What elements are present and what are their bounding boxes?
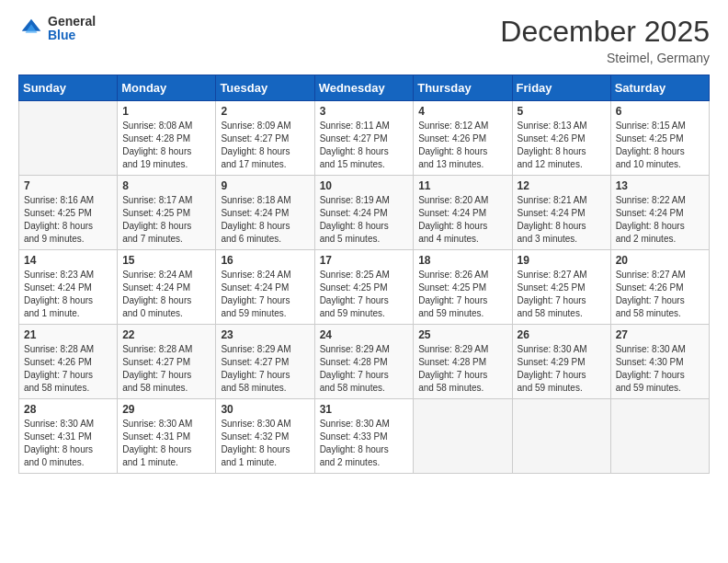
day-number: 3 (320, 105, 409, 118)
day-number: 14 (24, 254, 112, 267)
col-monday: Monday (118, 75, 216, 101)
calendar-week-2: 7Sunrise: 8:16 AM Sunset: 4:25 PM Daylig… (19, 176, 710, 250)
table-row: 16Sunrise: 8:24 AM Sunset: 4:24 PM Dayli… (216, 250, 314, 325)
day-info: Sunrise: 8:30 AM Sunset: 4:33 PM Dayligh… (320, 418, 409, 469)
header: General Blue December 2025 Steimel, Germ… (18, 15, 710, 65)
col-thursday: Thursday (414, 75, 512, 101)
day-number: 5 (518, 105, 606, 118)
day-number: 17 (320, 254, 409, 267)
calendar-week-4: 21Sunrise: 8:28 AM Sunset: 4:26 PM Dayli… (19, 325, 710, 399)
table-row: 20Sunrise: 8:27 AM Sunset: 4:26 PM Dayli… (610, 250, 709, 325)
logo-icon (18, 16, 44, 41)
logo-general: General (48, 15, 96, 29)
day-number: 2 (221, 105, 309, 118)
col-friday: Friday (512, 75, 610, 101)
table-row (512, 399, 610, 474)
day-number: 22 (122, 328, 210, 341)
day-number: 10 (320, 179, 409, 192)
day-number: 26 (518, 328, 606, 341)
day-info: Sunrise: 8:13 AM Sunset: 4:26 PM Dayligh… (518, 120, 606, 171)
day-info: Sunrise: 8:15 AM Sunset: 4:25 PM Dayligh… (616, 120, 704, 171)
calendar-header-row: Sunday Monday Tuesday Wednesday Thursday… (19, 75, 710, 101)
day-info: Sunrise: 8:30 AM Sunset: 4:29 PM Dayligh… (518, 343, 606, 395)
day-number: 28 (24, 403, 112, 416)
day-info: Sunrise: 8:28 AM Sunset: 4:27 PM Dayligh… (122, 343, 210, 395)
day-info: Sunrise: 8:29 AM Sunset: 4:28 PM Dayligh… (320, 343, 409, 395)
day-number: 24 (320, 328, 409, 341)
logo: General Blue (18, 15, 96, 43)
col-wednesday: Wednesday (314, 75, 414, 101)
col-saturday: Saturday (610, 75, 709, 101)
day-info: Sunrise: 8:09 AM Sunset: 4:27 PM Dayligh… (221, 120, 309, 171)
day-number: 9 (221, 179, 309, 192)
table-row: 3Sunrise: 8:11 AM Sunset: 4:27 PM Daylig… (314, 101, 414, 176)
table-row: 9Sunrise: 8:18 AM Sunset: 4:24 PM Daylig… (216, 176, 314, 250)
day-info: Sunrise: 8:28 AM Sunset: 4:26 PM Dayligh… (24, 343, 112, 395)
day-info: Sunrise: 8:29 AM Sunset: 4:27 PM Dayligh… (221, 343, 309, 395)
table-row: 25Sunrise: 8:29 AM Sunset: 4:28 PM Dayli… (414, 325, 512, 399)
day-info: Sunrise: 8:17 AM Sunset: 4:25 PM Dayligh… (122, 194, 210, 246)
calendar-week-1: 1Sunrise: 8:08 AM Sunset: 4:28 PM Daylig… (19, 101, 710, 176)
day-number: 29 (122, 403, 210, 416)
day-info: Sunrise: 8:30 AM Sunset: 4:30 PM Dayligh… (616, 343, 704, 395)
day-info: Sunrise: 8:23 AM Sunset: 4:24 PM Dayligh… (24, 269, 112, 320)
day-info: Sunrise: 8:19 AM Sunset: 4:24 PM Dayligh… (320, 194, 409, 246)
table-row: 11Sunrise: 8:20 AM Sunset: 4:24 PM Dayli… (414, 176, 512, 250)
logo-text: General Blue (48, 15, 96, 43)
calendar-week-3: 14Sunrise: 8:23 AM Sunset: 4:24 PM Dayli… (19, 250, 710, 325)
day-info: Sunrise: 8:20 AM Sunset: 4:24 PM Dayligh… (418, 194, 506, 246)
day-number: 31 (320, 403, 409, 416)
table-row: 13Sunrise: 8:22 AM Sunset: 4:24 PM Dayli… (610, 176, 709, 250)
table-row: 23Sunrise: 8:29 AM Sunset: 4:27 PM Dayli… (216, 325, 314, 399)
table-row: 8Sunrise: 8:17 AM Sunset: 4:25 PM Daylig… (118, 176, 216, 250)
table-row: 18Sunrise: 8:26 AM Sunset: 4:25 PM Dayli… (414, 250, 512, 325)
day-info: Sunrise: 8:16 AM Sunset: 4:25 PM Dayligh… (24, 194, 112, 246)
table-row: 24Sunrise: 8:29 AM Sunset: 4:28 PM Dayli… (314, 325, 414, 399)
day-number: 1 (122, 105, 210, 118)
table-row: 5Sunrise: 8:13 AM Sunset: 4:26 PM Daylig… (512, 101, 610, 176)
day-info: Sunrise: 8:22 AM Sunset: 4:24 PM Dayligh… (616, 194, 704, 246)
table-row: 31Sunrise: 8:30 AM Sunset: 4:33 PM Dayli… (314, 399, 414, 474)
day-info: Sunrise: 8:11 AM Sunset: 4:27 PM Dayligh… (320, 120, 409, 171)
day-info: Sunrise: 8:12 AM Sunset: 4:26 PM Dayligh… (418, 120, 506, 171)
table-row: 6Sunrise: 8:15 AM Sunset: 4:25 PM Daylig… (610, 101, 709, 176)
title-block: December 2025 Steimel, Germany (500, 15, 710, 65)
table-row: 30Sunrise: 8:30 AM Sunset: 4:32 PM Dayli… (216, 399, 314, 474)
day-info: Sunrise: 8:30 AM Sunset: 4:31 PM Dayligh… (122, 418, 210, 469)
table-row (414, 399, 512, 474)
calendar-week-5: 28Sunrise: 8:30 AM Sunset: 4:31 PM Dayli… (19, 399, 710, 474)
day-info: Sunrise: 8:26 AM Sunset: 4:25 PM Dayligh… (418, 269, 506, 320)
logo-blue: Blue (48, 29, 96, 42)
table-row: 15Sunrise: 8:24 AM Sunset: 4:24 PM Dayli… (118, 250, 216, 325)
table-row (610, 399, 709, 474)
day-info: Sunrise: 8:21 AM Sunset: 4:24 PM Dayligh… (518, 194, 606, 246)
day-number: 6 (616, 105, 704, 118)
day-number: 13 (616, 179, 704, 192)
day-info: Sunrise: 8:08 AM Sunset: 4:28 PM Dayligh… (122, 120, 210, 171)
day-number: 20 (616, 254, 704, 267)
table-row: 10Sunrise: 8:19 AM Sunset: 4:24 PM Dayli… (314, 176, 414, 250)
table-row: 7Sunrise: 8:16 AM Sunset: 4:25 PM Daylig… (19, 176, 118, 250)
day-number: 8 (122, 179, 210, 192)
table-row: 4Sunrise: 8:12 AM Sunset: 4:26 PM Daylig… (414, 101, 512, 176)
day-number: 7 (24, 179, 112, 192)
calendar-table: Sunday Monday Tuesday Wednesday Thursday… (18, 75, 710, 474)
table-row: 17Sunrise: 8:25 AM Sunset: 4:25 PM Dayli… (314, 250, 414, 325)
table-row: 1Sunrise: 8:08 AM Sunset: 4:28 PM Daylig… (118, 101, 216, 176)
day-number: 25 (418, 328, 506, 341)
day-number: 27 (616, 328, 704, 341)
table-row: 28Sunrise: 8:30 AM Sunset: 4:31 PM Dayli… (19, 399, 118, 474)
day-number: 11 (418, 179, 506, 192)
table-row: 29Sunrise: 8:30 AM Sunset: 4:31 PM Dayli… (118, 399, 216, 474)
day-info: Sunrise: 8:27 AM Sunset: 4:25 PM Dayligh… (518, 269, 606, 320)
calendar-page: General Blue December 2025 Steimel, Germ… (0, 0, 728, 563)
table-row: 2Sunrise: 8:09 AM Sunset: 4:27 PM Daylig… (216, 101, 314, 176)
table-row: 19Sunrise: 8:27 AM Sunset: 4:25 PM Dayli… (512, 250, 610, 325)
table-row: 26Sunrise: 8:30 AM Sunset: 4:29 PM Dayli… (512, 325, 610, 399)
day-number: 12 (518, 179, 606, 192)
day-number: 30 (221, 403, 309, 416)
location: Steimel, Germany (500, 51, 710, 65)
col-sunday: Sunday (19, 75, 118, 101)
day-info: Sunrise: 8:30 AM Sunset: 4:32 PM Dayligh… (221, 418, 309, 469)
day-number: 19 (518, 254, 606, 267)
